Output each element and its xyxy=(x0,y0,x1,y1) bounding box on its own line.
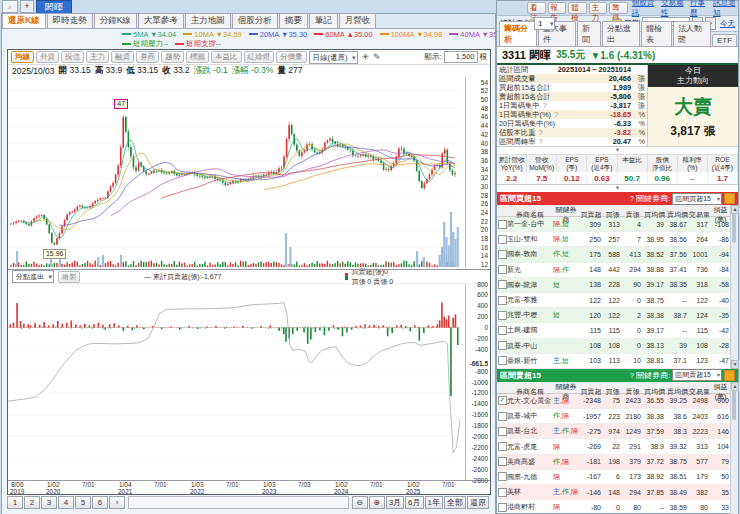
sell-filter-select[interactable]: 區間賣超15 xyxy=(672,369,722,381)
sell-table-row[interactable]: 美林主,作,隔-14614829437.8538.4938235 xyxy=(497,485,738,500)
row-checkbox[interactable] xyxy=(498,442,507,451)
panel-link-交易屬性[interactable]: 交易屬性 xyxy=(661,0,686,18)
pencil-icon[interactable]: ✎ xyxy=(373,52,381,62)
row-checkbox[interactable] xyxy=(498,311,507,320)
help-icon[interactable]: ? xyxy=(538,137,542,146)
sell-table-row[interactable]: 凱基-台北主,作,隔-275974124937.5938.32223146 xyxy=(497,424,738,439)
scrollbar-track[interactable] xyxy=(128,496,349,509)
help-icon-2[interactable]: ? xyxy=(630,372,634,379)
sell-table-row[interactable]: 國票-九德隔-167617338.9238.5117950 xyxy=(497,470,738,485)
broker-flow-chart[interactable]: 8006004002000-200-400-800-1000-1200-1400… xyxy=(8,284,490,481)
buy-more-button[interactable] xyxy=(724,193,735,204)
buy-table-row[interactable]: 兆豐-中壢短120122238.3838.7124-35 xyxy=(497,308,738,323)
chart-toolbar-button-券商[interactable]: 券商 xyxy=(136,51,159,63)
sell-table-row[interactable]: 凱基-城中作,隔-1957223218038.3838.62403616 xyxy=(497,409,738,424)
panel-tab-體檢表[interactable]: 體檢表 xyxy=(641,21,672,46)
panel-link-行事曆[interactable]: 行事曆 xyxy=(690,0,709,18)
sell-table-row[interactable]: 元富-虎尾隔-2692229138.939.32313104 xyxy=(497,439,738,454)
chart-toolbar-button-紅綠燈[interactable]: 紅綠燈 xyxy=(244,51,275,63)
table-scrollbar[interactable]: ▲▼ xyxy=(730,382,738,514)
range-button-還原[interactable]: 還原 xyxy=(467,496,489,509)
chart-toolbar-button-分價量[interactable]: 分價量 xyxy=(276,51,307,63)
panel-tab-法人動態[interactable]: 法人動態 xyxy=(673,21,711,46)
row-checkbox[interactable] xyxy=(498,503,507,512)
chart-tab-分鐘K線[interactable]: 分鐘K線 xyxy=(94,13,137,28)
panel-tab-分點進出[interactable]: 分點進出 xyxy=(602,21,640,46)
help-icon[interactable]: ? xyxy=(538,128,542,137)
display-count-input[interactable]: 1,500 xyxy=(444,51,478,63)
chart-tab-筆記[interactable]: 筆記 xyxy=(309,13,338,28)
row-checkbox[interactable] xyxy=(498,412,507,421)
chart-toolbar-button-均線[interactable]: 均線 xyxy=(11,51,34,63)
collapse-arrow-2[interactable]: ▼ xyxy=(497,185,738,192)
panel-tab-籌碼分析[interactable]: 籌碼分析 xyxy=(499,21,537,46)
panel-link-訊息通知[interactable]: 訊息通知 xyxy=(713,0,738,18)
table-scrollbar[interactable]: ▲▼ xyxy=(730,205,738,369)
chart-tab-還原K線[interactable]: 還原K線 xyxy=(2,13,46,28)
panel-button-看法[interactable]: 看法 xyxy=(527,2,546,14)
buy-table-row[interactable]: 元富-苓雅122122038.75--122-40 xyxy=(497,293,738,308)
buy-table-row[interactable]: 玉山-雙和隔,短250257738.9538.56264-86 xyxy=(497,232,738,247)
buy-filter-select[interactable]: 區間買超15 xyxy=(672,193,722,205)
buy-table-row[interactable]: 臺銀-新竹主,短1031131038.8137.1123-47 xyxy=(497,354,738,369)
sell-table-row[interactable]: 美商高盛作,隔-18119837937.7238.7557779 xyxy=(497,455,738,470)
pager-button-2[interactable]: 2 xyxy=(24,496,40,509)
panel-button-報告[interactable]: 報告 xyxy=(548,2,567,14)
range-button-全部[interactable]: 全部 xyxy=(444,496,466,509)
range-button-1年[interactable]: 1年 xyxy=(425,496,443,509)
range-button-3月[interactable]: 3月 xyxy=(386,496,404,509)
row-checkbox[interactable] xyxy=(498,341,507,350)
row-checkbox[interactable] xyxy=(498,488,507,497)
panel-tab-新聞[interactable]: 新聞 xyxy=(577,21,601,46)
chart-toolbar-button-融資[interactable]: 融資 xyxy=(111,51,134,63)
panel-button-體檢[interactable]: 體檢 xyxy=(568,2,587,14)
chart-tab-大單參考[interactable]: 大單參考 xyxy=(138,13,184,28)
row-checkbox[interactable] xyxy=(498,356,507,365)
scroll-thumb[interactable] xyxy=(732,213,736,243)
chart-toolbar-button-外資[interactable]: 外資 xyxy=(36,51,59,63)
row-checkbox[interactable] xyxy=(498,326,507,335)
chart-toolbar-button-主力[interactable]: 主力 xyxy=(86,51,109,63)
candlestick-chart[interactable]: 5452504846444240383634323028262422201816… xyxy=(8,77,490,270)
chart-tab-摘要[interactable]: 摘要 xyxy=(279,13,308,28)
gear-icon[interactable]: ✳ xyxy=(362,52,370,62)
pager-button-4[interactable]: 4 xyxy=(58,496,74,509)
row-checkbox[interactable] xyxy=(498,265,507,274)
chart-tab-即時走勢[interactable]: 即時走勢 xyxy=(47,13,93,28)
chart-toolbar-button-投信[interactable]: 投信 xyxy=(61,51,84,63)
row-checkbox[interactable] xyxy=(498,220,507,229)
chart-toolbar-button-趨勢[interactable]: 趨勢 xyxy=(161,51,184,63)
panel-button-主力[interactable]: 主力 xyxy=(589,2,608,14)
window-tab-stock[interactable]: 閎暉 xyxy=(36,0,72,14)
row-checkbox[interactable] xyxy=(498,296,507,305)
zoom-in-button[interactable]: ⊕ xyxy=(369,496,385,509)
pager-button-5[interactable]: 5 xyxy=(75,496,91,509)
buy-table-row[interactable]: 新光隔,作14844229438.8837.41736-84 xyxy=(497,263,738,278)
buy-table-row[interactable]: 國泰-龍潭短1382289039.1738.35318-58 xyxy=(497,278,738,293)
row-checkbox[interactable] xyxy=(498,250,507,259)
chart-toolbar-button-本益比[interactable]: 本益比 xyxy=(211,51,242,63)
pager-button-3[interactable]: 3 xyxy=(41,496,57,509)
chart-tab-個股分析[interactable]: 個股分析 xyxy=(232,13,278,28)
panel-button-籌碼[interactable]: 籌碼 xyxy=(609,2,628,14)
stat-days-select[interactable]: 1 xyxy=(534,17,555,30)
help-icon[interactable]: ? xyxy=(630,195,634,202)
row-checkbox[interactable] xyxy=(498,457,507,466)
period-select[interactable]: 日線(還原) xyxy=(309,51,358,64)
chart-tab-月營收[interactable]: 月營收 xyxy=(339,13,377,28)
row-checkbox[interactable] xyxy=(498,280,507,289)
pane2-indicator-select[interactable]: 分點進出 xyxy=(12,270,54,283)
zoom-out-button[interactable]: ⊖ xyxy=(352,496,368,509)
chart-tab-主力地圖[interactable]: 主力地圖 xyxy=(185,13,231,28)
panel-link-個股資訊[interactable]: 個股資訊 xyxy=(632,0,657,18)
row-checkbox[interactable] xyxy=(498,472,507,481)
pager-button-1[interactable]: 1 xyxy=(7,496,23,509)
search-icon[interactable]: ⌕ xyxy=(2,0,18,13)
panel-tab-ETF[interactable]: ETF xyxy=(712,34,737,46)
add-tab-button[interactable]: + xyxy=(20,0,34,13)
row-checkbox[interactable]: ✓ xyxy=(498,396,507,405)
sell-more-button[interactable] xyxy=(724,370,735,381)
scroll-down-icon[interactable]: ▼ xyxy=(731,360,739,369)
chart-toolbar-button-標籤[interactable]: 標籤 xyxy=(186,51,209,63)
pager-button-›[interactable]: › xyxy=(109,496,125,509)
